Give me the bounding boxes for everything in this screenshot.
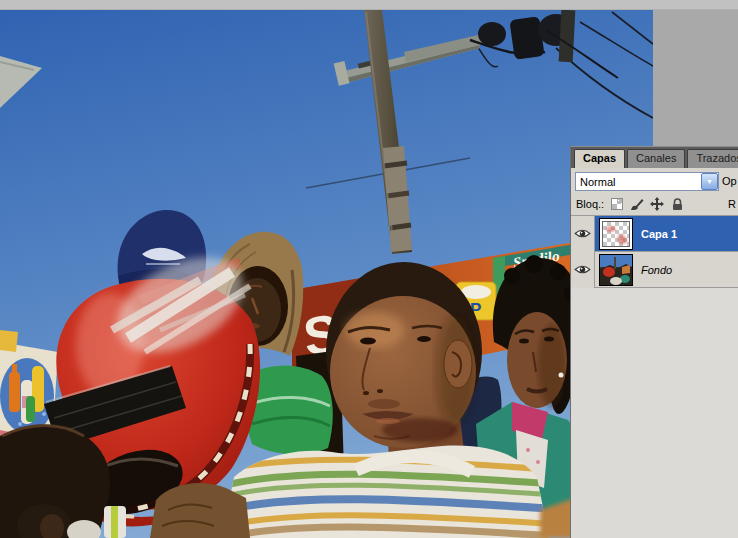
- palette-tabbar: Capas Canales Trazados: [571, 146, 738, 168]
- blend-mode-value: Normal: [576, 176, 701, 188]
- palette-empty-area: [571, 288, 738, 538]
- tab-canales[interactable]: Canales: [627, 149, 685, 168]
- tab-trazados-label: Trazados: [696, 152, 738, 164]
- lock-row: Bloq.: R: [571, 195, 738, 213]
- chevron-down-icon[interactable]: ▼: [701, 173, 718, 190]
- layer-name-fondo: Fondo: [641, 264, 672, 276]
- layers-palette: Capas Canales Trazados Normal ▼ Op Bloq.…: [570, 146, 738, 538]
- tab-canales-label: Canales: [636, 152, 676, 164]
- lock-transparent-pixels-icon[interactable]: [610, 197, 624, 211]
- photoshop-window: S Spadilo P: [0, 0, 738, 538]
- layer-thumbnail-capa1[interactable]: [599, 218, 633, 250]
- eye-icon: [574, 228, 591, 239]
- layer-row-capa1[interactable]: Capa 1: [571, 216, 738, 252]
- lock-image-pixels-icon[interactable]: [630, 197, 644, 211]
- photo-image: S Spadilo P: [0, 10, 653, 538]
- workspace-background: [653, 10, 738, 146]
- lock-label: Bloq.:: [576, 198, 604, 210]
- lock-all-icon[interactable]: [670, 197, 684, 211]
- eye-icon: [574, 264, 591, 275]
- layers-list: Capa 1: [571, 216, 738, 288]
- tab-capas[interactable]: Capas: [574, 149, 625, 168]
- layer-thumbnail-fondo[interactable]: [599, 254, 633, 286]
- visibility-toggle-capa1[interactable]: [571, 216, 595, 252]
- fill-label: R: [728, 198, 736, 210]
- layer-row-fondo[interactable]: Fondo: [571, 252, 738, 288]
- palette-controls: Normal ▼ Op Bloq.: R: [571, 168, 738, 216]
- visibility-toggle-fondo[interactable]: [571, 252, 595, 288]
- layer-name-capa1: Capa 1: [641, 228, 677, 240]
- fondo-thumbnail-image: [600, 255, 632, 285]
- opacity-label: Op: [722, 175, 737, 187]
- document-canvas[interactable]: S Spadilo P: [0, 10, 653, 538]
- tab-trazados[interactable]: Trazados: [687, 149, 738, 168]
- blend-mode-select[interactable]: Normal ▼: [575, 172, 719, 191]
- window-top-strip: [0, 0, 738, 10]
- tab-capas-label: Capas: [583, 152, 616, 164]
- lock-position-icon[interactable]: [650, 197, 664, 211]
